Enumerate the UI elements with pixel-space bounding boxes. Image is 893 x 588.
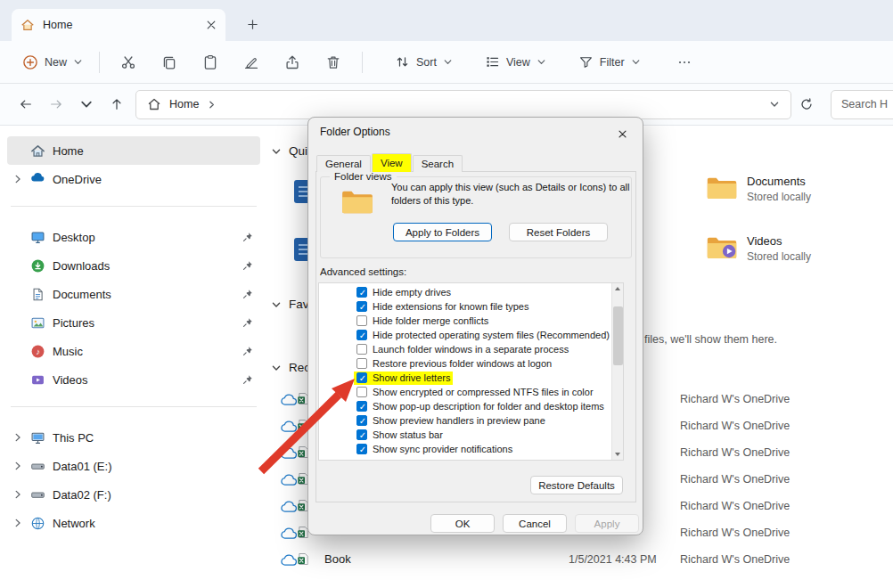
setting-row[interactable]: Show sync provider notifications [319, 442, 611, 456]
tile-name: Documents [747, 175, 811, 188]
sidebar-item-data01-e[interactable]: Data01 (E:) [7, 452, 260, 480]
file-owner: Richard W's OneDrive [680, 553, 790, 566]
setting-row[interactable]: Show drive letters [319, 371, 611, 385]
forward-button[interactable] [43, 91, 70, 118]
sidebar-item-label: This PC [53, 431, 235, 445]
copy-button[interactable] [150, 47, 189, 78]
tile-videos[interactable]: Videos Stored locally [706, 234, 811, 263]
setting-checkbox[interactable] [356, 330, 367, 340]
sidebar-item-label: Pictures [53, 316, 235, 330]
up-button[interactable] [103, 91, 130, 118]
refresh-button[interactable] [793, 91, 820, 118]
sidebar-item-data02-f[interactable]: Data02 (F:) [7, 480, 260, 509]
cancel-button[interactable]: Cancel [503, 514, 567, 533]
tab-close-icon[interactable] [206, 20, 217, 30]
tab-home[interactable]: Home [12, 9, 225, 41]
setting-row[interactable]: Show encrypted or compressed NTFS files … [319, 385, 611, 399]
share-button[interactable] [273, 47, 312, 78]
new-button-label: New [45, 56, 67, 69]
chevron-down-icon[interactable] [271, 363, 282, 373]
scrollbar-up-arrow[interactable] [612, 283, 624, 295]
paste-button[interactable] [191, 47, 230, 78]
setting-checkbox[interactable] [356, 358, 367, 369]
setting-row[interactable]: Hide folder merge conflicts [319, 314, 611, 328]
tab-view[interactable]: View [372, 153, 412, 172]
sidebar-item-music[interactable]: ♪Music [7, 337, 260, 365]
reset-folders-button[interactable]: Reset Folders [509, 223, 608, 241]
setting-checkbox[interactable] [356, 315, 367, 326]
setting-checkbox[interactable] [356, 372, 367, 383]
dialog-close-button[interactable] [610, 124, 634, 143]
drive-icon [30, 459, 45, 474]
sidebar-item-this-pc[interactable]: This PC [7, 423, 260, 452]
setting-checkbox[interactable] [356, 401, 367, 412]
search-input[interactable]: Search H [831, 90, 893, 119]
recent-locations-button[interactable] [73, 91, 100, 118]
setting-label: Show sync provider notifications [373, 444, 512, 454]
setting-checkbox[interactable] [356, 415, 367, 426]
scrollbar[interactable] [611, 283, 623, 460]
sort-button[interactable]: Sort [387, 47, 461, 78]
address-dropdown-icon[interactable] [769, 99, 780, 110]
tile-documents[interactable]: Documents Stored locally [706, 175, 811, 203]
chevron-down-icon [631, 57, 641, 67]
sidebar-item-label: Data01 (E:) [53, 460, 235, 473]
setting-row[interactable]: Show status bar [319, 428, 611, 442]
sidebar-item-videos[interactable]: Videos [7, 365, 260, 394]
pictures-icon [30, 315, 45, 331]
sidebar-item-pictures[interactable]: Pictures [7, 308, 260, 337]
tile-name: Videos [747, 234, 811, 248]
ok-button[interactable]: OK [430, 514, 495, 533]
setting-row[interactable]: Show pop-up description for folder and d… [319, 399, 611, 413]
file-row[interactable]: Book1/5/2021 4:43 PMRichard W's OneDrive [267, 546, 893, 573]
sidebar-item-downloads[interactable]: Downloads [7, 251, 260, 280]
address-bar[interactable]: Home [135, 90, 791, 119]
setting-label: Hide protected operating system files (R… [373, 330, 610, 340]
more-options-button[interactable] [665, 47, 704, 78]
back-button[interactable] [12, 91, 39, 118]
tile-status: Stored locally [747, 250, 811, 263]
close-icon [618, 129, 627, 139]
sidebar-item-onedrive[interactable]: OneDrive [7, 165, 260, 193]
setting-checkbox[interactable] [356, 301, 367, 312]
setting-checkbox[interactable] [356, 387, 367, 397]
sidebar-item-desktop[interactable]: Desktop [7, 223, 260, 251]
file-owner: Richard W's OneDrive [680, 527, 790, 539]
scrollbar-down-arrow[interactable] [612, 448, 624, 460]
setting-row[interactable]: Restore previous folder windows at logon [319, 356, 611, 371]
chevron-down-icon[interactable] [271, 299, 282, 310]
setting-row[interactable]: Show preview handlers in preview pane [319, 413, 611, 428]
view-button[interactable]: View [477, 47, 554, 78]
setting-row[interactable]: Hide protected operating system files (R… [319, 328, 611, 342]
advanced-settings-list[interactable]: Hide empty drivesHide extensions for kno… [318, 282, 624, 461]
setting-checkbox[interactable] [356, 287, 367, 298]
setting-row-inner: Show encrypted or compressed NTFS files … [354, 386, 596, 399]
apply-button[interactable]: Apply [575, 514, 639, 533]
chevron-down-icon[interactable] [271, 146, 282, 157]
folder-views-description: You can apply this view (such as Details… [391, 181, 630, 208]
apply-to-folders-button[interactable]: Apply to Folders [393, 223, 492, 241]
new-tab-button[interactable] [242, 14, 262, 34]
restore-defaults-button[interactable]: Restore Defaults [530, 476, 623, 494]
setting-row[interactable]: Hide extensions for known file types [319, 299, 611, 314]
setting-row[interactable]: Hide empty drives [319, 285, 611, 299]
sidebar-item-home[interactable]: Home [7, 136, 260, 165]
setting-checkbox[interactable] [356, 429, 367, 440]
delete-button[interactable] [314, 47, 353, 78]
setting-row[interactable]: Launch folder windows in a separate proc… [319, 342, 611, 356]
tab-search[interactable]: Search [413, 155, 463, 172]
setting-checkbox[interactable] [356, 444, 367, 454]
rename-button[interactable] [232, 47, 271, 78]
setting-label: Hide folder merge conflicts [373, 315, 488, 326]
breadcrumb-item-home[interactable]: Home [169, 98, 199, 110]
sidebar-item-network[interactable]: Network [7, 509, 260, 537]
filter-button[interactable]: Filter [570, 47, 649, 78]
view-icon [485, 54, 500, 69]
scrollbar-thumb[interactable] [613, 306, 623, 365]
sidebar-item-documents[interactable]: Documents [7, 280, 260, 308]
setting-label: Show encrypted or compressed NTFS files … [373, 387, 594, 397]
new-button[interactable]: New [14, 47, 91, 78]
cut-button[interactable] [109, 47, 148, 78]
tab-general[interactable]: General [316, 155, 371, 172]
setting-checkbox[interactable] [356, 344, 367, 355]
